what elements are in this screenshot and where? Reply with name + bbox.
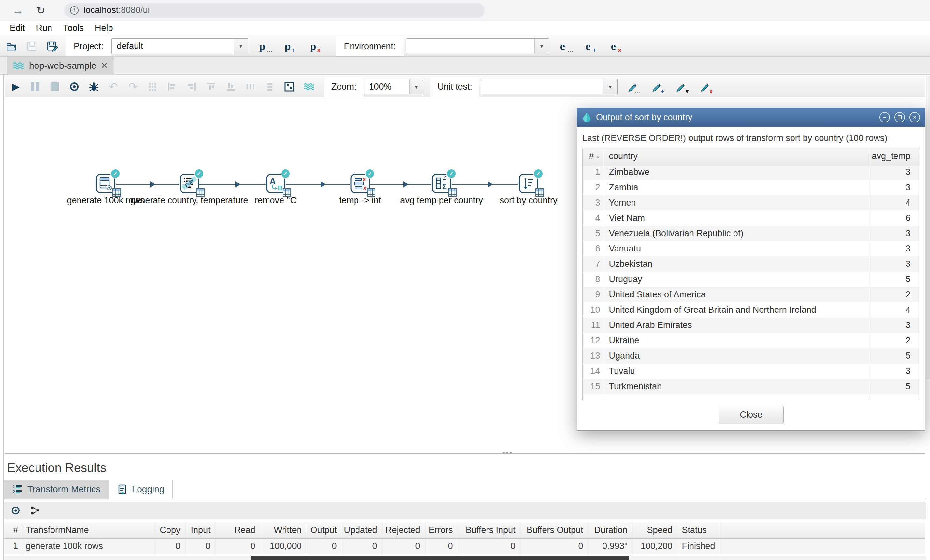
column-header[interactable]: Output [307, 522, 342, 538]
debug-icon[interactable] [85, 78, 103, 95]
close-button[interactable]: Close [719, 406, 784, 424]
environment-combo[interactable]: ▼ [406, 38, 549, 54]
site-info-icon[interactable]: i [70, 6, 79, 15]
column-header[interactable]: Buffers Input [458, 522, 521, 538]
table-row[interactable]: 1Zimbabwe3 [583, 165, 919, 180]
column-header[interactable]: Speed [633, 522, 678, 538]
show-hide-results-icon[interactable] [11, 506, 20, 515]
delete-unit-test-icon[interactable]: x [696, 78, 714, 95]
column-header[interactable]: Errors [426, 522, 458, 538]
add-project-icon[interactable]: p+ [285, 40, 299, 52]
sash-handle-icon[interactable]: ••• [502, 449, 513, 457]
project-combo[interactable]: default ▼ [111, 38, 248, 54]
table-row[interactable]: 5Venezuela (Bolivarian Republic of)3 [583, 226, 919, 241]
column-header[interactable]: Copy [156, 522, 186, 538]
metrics-header-row: #TransformNameCopyInputReadWrittenOutput… [4, 522, 925, 538]
menu-help[interactable]: Help [95, 23, 113, 33]
delete-environment-icon[interactable]: ex [611, 40, 625, 52]
edit-project-icon[interactable]: p… [259, 40, 274, 52]
unit-test-combo[interactable]: ▼ [480, 79, 617, 94]
table-row[interactable]: 14Tuvalu3 [583, 363, 919, 379]
column-header[interactable]: Duration [588, 522, 633, 538]
menu-tools[interactable]: Tools [63, 23, 84, 33]
table-row[interactable]: 4Viet Nam6 [583, 211, 919, 226]
minimize-icon[interactable]: − [879, 112, 890, 123]
menu-edit[interactable]: Edit [10, 23, 25, 33]
table-row[interactable]: 8Uruguay5 [583, 272, 919, 287]
tab-logging[interactable]: og Logging [109, 480, 173, 499]
snap-to-grid-icon[interactable] [280, 78, 298, 95]
transform-node-sort-rows[interactable]: ✓sort by country [519, 173, 539, 194]
lineage-graph-icon[interactable] [30, 506, 40, 515]
url-path: :8080/ui [118, 5, 149, 15]
column-header[interactable]: Rejected [383, 522, 426, 538]
transform-node-replace-string[interactable]: AB✓remove °C [266, 173, 286, 194]
tab-hop-web-sample[interactable]: hop-web-sample ✕ [6, 57, 114, 74]
combo-dropdown-arrow-icon[interactable]: ▼ [234, 39, 248, 54]
combo-dropdown-arrow-icon[interactable]: ▼ [409, 79, 423, 94]
column-header-rownum[interactable]: #▲ [583, 148, 604, 165]
column-header-avg-temp[interactable]: avg_temp [869, 148, 919, 165]
column-header[interactable]: Read [216, 522, 261, 538]
save-as-icon[interactable] [44, 38, 61, 55]
menu-run[interactable]: Run [36, 23, 52, 33]
log-file-icon: og [117, 484, 128, 494]
delete-project-icon[interactable]: px [310, 40, 325, 52]
combo-dropdown-arrow-icon[interactable]: ▼ [603, 79, 617, 94]
horizontal-scrollbar[interactable] [4, 556, 926, 560]
close-window-icon[interactable]: × [910, 112, 920, 123]
add-unit-test-icon[interactable]: + [647, 78, 666, 95]
add-environment-icon[interactable]: e+ [585, 40, 600, 52]
metrics-row[interactable]: 1generate 100k rows000100,0000000000.993… [4, 538, 925, 554]
column-header[interactable]: TransformName [22, 522, 156, 538]
horizontal-scrollbar-thumb[interactable] [251, 556, 629, 560]
transform-node-fake-data[interactable]: Fake✓generate country, temperature [179, 173, 199, 194]
transform-node-rows-generator[interactable]: ✓generate 100k rows [95, 173, 115, 194]
pipeline-wave-icon[interactable] [300, 78, 318, 95]
column-header[interactable]: Updated [342, 522, 383, 538]
panel-resize-sash[interactable]: ••• [5, 454, 925, 454]
metrics-cell: 95,238 [633, 554, 678, 555]
edit-environment-icon[interactable]: e… [560, 40, 574, 52]
row-number-cell: 5 [583, 226, 604, 241]
preview-icon[interactable] [66, 78, 83, 95]
column-header-filler [720, 522, 925, 538]
canvas-vertical-scrollbar[interactable] [926, 76, 930, 379]
table-row[interactable]: 12Ukraine2 [583, 333, 919, 348]
edit-unit-test-icon[interactable]: … [624, 78, 642, 95]
combo-dropdown-arrow-icon[interactable]: ▼ [534, 39, 549, 54]
select-unit-test-icon[interactable]: ▾ [671, 78, 690, 95]
address-bar[interactable]: i localhost:8080/ui [64, 3, 485, 18]
column-header-country[interactable]: country [604, 148, 869, 165]
column-header[interactable]: Input [186, 522, 216, 538]
table-row[interactable]: 11United Arab Emirates3 [583, 318, 919, 333]
column-header[interactable]: Written [261, 522, 307, 538]
table-row[interactable]: 2Zambia3 [583, 180, 919, 195]
distribute-horizontal-icon [242, 78, 259, 95]
table-row[interactable]: 6Vanuatu3 [583, 241, 919, 256]
column-header[interactable]: Buffers Output [521, 522, 588, 538]
dialog-subtitle: Last (REVERSE ORDER!) output rows of tra… [582, 133, 920, 143]
table-row[interactable]: 15Turkmenistan5 [583, 379, 919, 394]
tab-close-icon[interactable]: ✕ [101, 61, 108, 71]
table-row[interactable]: 3Yemen4 [583, 195, 919, 211]
open-file-icon[interactable] [3, 38, 20, 55]
transform-node-select-values[interactable]: xx✓temp -> int [350, 173, 370, 194]
table-row[interactable]: 9United States of America2 [583, 287, 919, 302]
run-icon[interactable]: ▶ [7, 78, 25, 95]
metrics-row[interactable]: 2generate country, temperature00100,0001… [4, 554, 925, 555]
table-row[interactable]: 10United Kingdom of Great Britain and No… [583, 302, 919, 318]
table-row[interactable]: 7Uzbekistan3 [583, 256, 919, 272]
tab-transform-metrics[interactable]: 12 Transform Metrics [4, 480, 109, 499]
dialog-titlebar[interactable]: Output of sort by country − × [577, 108, 925, 127]
transform-label: remove °C [255, 195, 297, 206]
zoom-combo[interactable]: 100% ▼ [363, 79, 424, 94]
hop-arrow-icon [403, 182, 409, 187]
maximize-icon[interactable] [895, 112, 905, 123]
reload-icon[interactable]: ↻ [37, 5, 45, 15]
column-header[interactable]: Status [678, 522, 720, 538]
transform-node-group-by[interactable]: Σ✓avg temp per country [431, 173, 452, 194]
forward-icon[interactable]: → [12, 5, 23, 16]
column-header[interactable]: # [4, 522, 22, 538]
table-row[interactable]: 13Uganda5 [583, 348, 919, 363]
